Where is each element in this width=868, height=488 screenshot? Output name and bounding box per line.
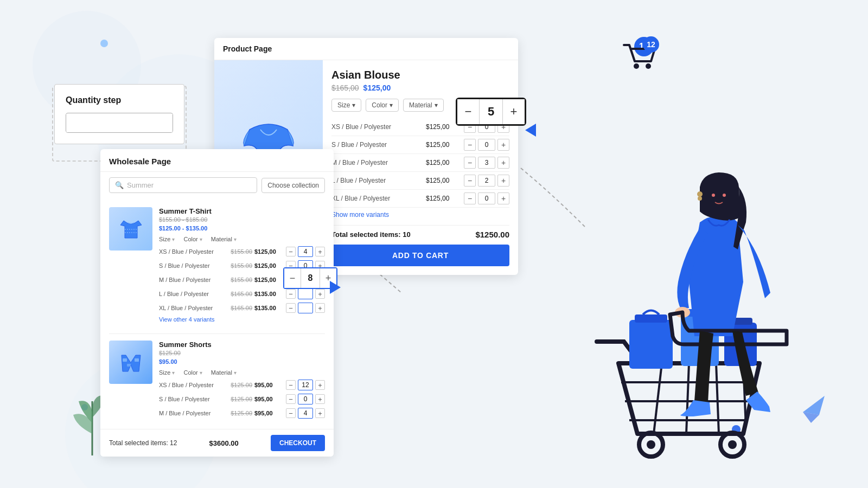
wholesale-header: Wholesale Page	[100, 149, 334, 172]
svg-point-18	[647, 440, 655, 449]
qty-plus-btn[interactable]: +	[315, 247, 325, 256]
vt-qty-input[interactable]	[478, 139, 495, 151]
color-header: Color ▾	[183, 369, 202, 376]
tshirt-price-sale: $125.00 - $135.00	[159, 225, 207, 232]
price-row: $165,00 $125,00	[331, 84, 509, 92]
chevron-icon: ▾	[435, 101, 438, 109]
checkout-btn[interactable]: CHECKOUT	[271, 435, 325, 451]
qty-input[interactable]	[298, 394, 313, 404]
vt-price: $125,00	[426, 195, 464, 202]
variant-table-row: XL / Blue / Polyester $125,00 − +	[331, 190, 509, 208]
variant-sale-price: $125,00	[254, 277, 282, 283]
shorts-details: Summer Shorts $125.00 $95.00 Size ▾ Colo…	[159, 341, 325, 420]
variant-name: M / Blue / Polyester	[159, 277, 231, 283]
vt-price: $125,00	[426, 177, 464, 184]
size-header: Size ▾	[159, 236, 175, 242]
chevron-icon: ▾	[352, 101, 355, 109]
quantity-input[interactable]: 4	[66, 114, 173, 132]
qty-plus-btn[interactable]: +	[315, 408, 325, 418]
variant-table-row: M / Blue / Polyester $125,00 − +	[331, 154, 509, 172]
quantity-stepper[interactable]: 4 ▲ ▼	[66, 113, 173, 133]
vt-qty-plus[interactable]: +	[497, 157, 509, 169]
qty-minus-btn[interactable]: −	[286, 380, 296, 390]
wholesale-card: Wholesale Page 🔍 Summer Choose collectio…	[100, 149, 334, 457]
qty-input[interactable]	[298, 303, 313, 313]
qty-control: − +	[286, 288, 325, 299]
tshirt-thumbnail	[109, 207, 152, 251]
qty-plus-btn[interactable]: +	[315, 380, 325, 390]
collection-btn[interactable]: Choose collection	[261, 178, 325, 193]
tshirt-price-range: $155.00 - $185.00	[159, 216, 325, 223]
search-field[interactable]: 🔍 Summer	[109, 177, 257, 193]
vt-qty-input[interactable]	[478, 192, 495, 204]
vt-price: $125,00	[426, 159, 464, 166]
shorts-icon	[116, 348, 146, 377]
color-header: Color ▾	[183, 236, 202, 242]
add-to-cart-btn[interactable]: ADD TO CART	[331, 245, 509, 266]
qty-plus-btn[interactable]: +	[315, 289, 325, 299]
variant-name: XL / Blue / Polyester	[159, 305, 231, 311]
vt-qty-minus[interactable]: −	[464, 139, 476, 151]
price-original: $165,00	[331, 84, 359, 92]
svg-point-34	[646, 63, 651, 69]
vt-price: $125,00	[426, 141, 464, 149]
material-filter-btn[interactable]: Material ▾	[403, 99, 444, 112]
size-header: Size ▾	[159, 369, 175, 376]
variant-original-price: $155.00	[231, 277, 252, 283]
variant-name: S / Blue / Polyester	[159, 396, 231, 402]
qty-control: − +	[286, 408, 325, 419]
color-filter-btn[interactable]: Color ▾	[366, 99, 399, 112]
vt-variant-name: XS / Blue / Polyester	[331, 123, 426, 131]
show-more-link[interactable]: Show more variants	[331, 208, 509, 222]
qty-input[interactable]	[298, 380, 313, 390]
qty-minus-btn[interactable]: −	[286, 394, 296, 404]
qty-plus-btn[interactable]: +	[315, 394, 325, 404]
svg-line-9	[654, 363, 662, 434]
qty-minus-btn[interactable]: −	[286, 289, 296, 299]
qty-input[interactable]	[298, 408, 313, 419]
cart-count-badge: 12	[643, 36, 659, 53]
svg-point-31	[698, 196, 702, 201]
qty-plus-btn[interactable]: +	[315, 303, 325, 313]
svg-rect-4	[127, 364, 131, 367]
vt-qty-control: − +	[464, 157, 509, 169]
shorts-variant-rows: XS / Blue / Polyester $125.00 $95,00 − +…	[159, 378, 325, 420]
qty-minus-btn[interactable]: −	[286, 408, 296, 418]
tshirt-variant-headers: Size ▾ Color ▾ Material ▾	[159, 236, 325, 242]
vt-qty-plus[interactable]: +	[497, 175, 509, 187]
quantity-step-title: Quantity step	[66, 95, 173, 105]
search-row: 🔍 Summer Choose collection	[100, 172, 334, 198]
vt-variant-name: S / Blue / Polyester	[331, 141, 426, 149]
view-more-link[interactable]: View other 4 variants	[159, 315, 325, 327]
qty-popup-minus-btn[interactable]: −	[284, 268, 301, 288]
search-icon: 🔍	[115, 181, 124, 189]
price-sale: $125,00	[363, 84, 391, 92]
qty-minus-btn[interactable]: −	[286, 247, 296, 256]
svg-point-33	[634, 63, 639, 69]
quantity-step-card: Quantity step 4 ▲ ▼	[54, 84, 184, 144]
variant-original-price: $165.00	[231, 291, 252, 297]
vt-qty-minus[interactable]: −	[464, 157, 476, 169]
variant-row: XL / Blue / Polyester $165.00 $135.00 − …	[159, 301, 325, 315]
material-header: Material ▾	[211, 369, 237, 376]
variant-table-row: S / Blue / Polyester $125,00 − +	[331, 136, 509, 154]
qty-popup-value: 8	[301, 268, 320, 288]
vt-qty-input[interactable]	[478, 175, 495, 187]
svg-point-20	[728, 440, 737, 449]
qty-input[interactable]	[298, 246, 313, 257]
qty-minus-btn[interactable]: −	[286, 303, 296, 313]
qty-input[interactable]	[298, 288, 313, 299]
shorts-name: Summer Shorts	[159, 341, 325, 349]
vt-qty-minus[interactable]: −	[464, 175, 476, 187]
vt-qty-plus[interactable]: +	[497, 139, 509, 151]
variant-row: XS / Blue / Polyester $155.00 $125,00 − …	[159, 245, 325, 259]
qpp-value: 5	[479, 99, 503, 124]
size-filter-btn[interactable]: Size ▾	[331, 99, 361, 112]
variant-sale-price: $135.00	[254, 291, 282, 297]
vt-qty-minus[interactable]: −	[464, 192, 476, 204]
vt-qty-plus[interactable]: +	[497, 192, 509, 204]
qpp-plus-btn[interactable]: +	[503, 99, 525, 124]
qpp-minus-btn[interactable]: −	[457, 99, 479, 124]
qty-control: − +	[286, 303, 325, 313]
vt-qty-input[interactable]	[478, 157, 495, 169]
